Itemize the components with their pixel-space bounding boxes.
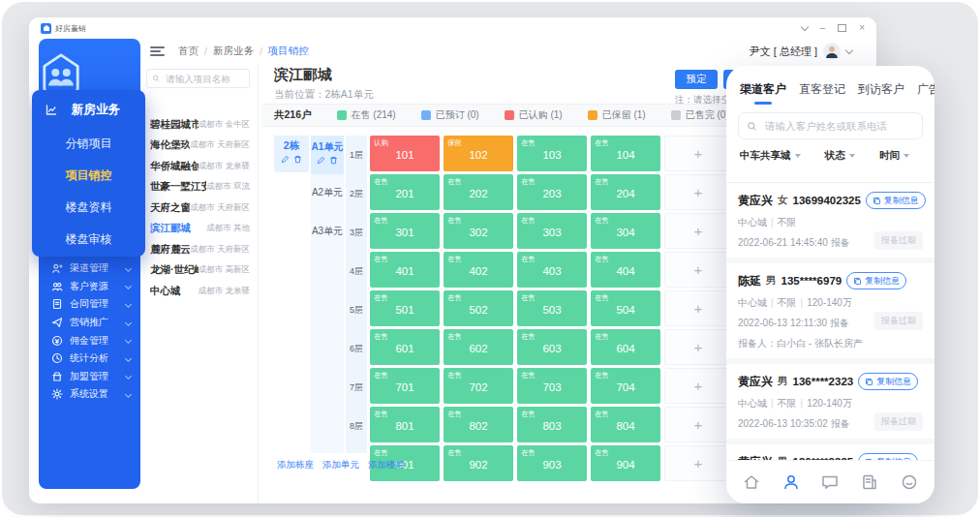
unit-cell[interactable]: 在售 404 — [591, 252, 660, 288]
sidebar-item[interactable]: 统计分析 — [39, 350, 140, 368]
customer-card[interactable]: 黄应兴 女 13699402325 复制信息 中心城|不限 2022-06-21… — [726, 183, 934, 258]
customer-tab[interactable]: 广告资源 — [917, 81, 934, 105]
submenu-item[interactable]: 楼盘审核 — [32, 224, 145, 256]
unit-cell[interactable]: 在售 803 — [517, 407, 587, 442]
project-row[interactable]: 碧桂园城市花园 成都市 金牛区 — [140, 114, 258, 136]
unit-cell[interactable]: 在售 601 — [370, 329, 440, 365]
customer-card[interactable]: 陈延 男 135****6979 复制信息 中心城|不限|120-140万 20… — [726, 263, 934, 358]
unit-cell[interactable]: 在售 802 — [444, 407, 513, 442]
unit-cell[interactable]: 保留 102 — [444, 136, 513, 171]
add-link[interactable]: 添加楼层 — [368, 459, 405, 471]
submenu-item[interactable]: 楼盘资料 — [32, 192, 145, 224]
unit-cell[interactable]: 在售 501 — [370, 290, 440, 326]
customer-tab[interactable]: 渠道客户 — [740, 81, 786, 105]
unit-tab[interactable]: A2单元 — [311, 174, 344, 213]
sidebar-item[interactable]: 客户资源 — [39, 278, 140, 296]
unit-cell[interactable]: 在售 104 — [591, 136, 660, 171]
customer-card[interactable]: 黄应兴 男 136****2325 复制信息 滨江郦城|不限|120-140万 … — [726, 444, 934, 461]
message-icon[interactable] — [820, 472, 840, 492]
unit-cell[interactable]: 在售 504 — [591, 290, 660, 326]
copy-info-button[interactable]: 复制信息 — [866, 192, 926, 209]
unit-cell[interactable]: 在售 703 — [517, 368, 587, 404]
unit-cell[interactable]: 在售 801 — [370, 407, 440, 442]
unit-cell[interactable]: 在售 303 — [517, 213, 587, 249]
filter-dropdown[interactable]: 状态 — [825, 149, 855, 163]
unit-cell[interactable]: 在售 301 — [370, 213, 440, 249]
unit-cell[interactable]: 在售 402 — [444, 252, 513, 288]
unit-cell[interactable]: 在售 603 — [517, 329, 587, 365]
more-icon[interactable] — [900, 472, 919, 492]
unit-cell[interactable]: 在售 602 — [444, 329, 513, 365]
unit-cell[interactable]: 在售 904 — [591, 445, 660, 481]
unit-cell[interactable]: 在售 903 — [517, 445, 587, 481]
project-row[interactable]: 世豪一墅江安 成都市 双流 — [140, 177, 258, 198]
add-unit-cell[interactable]: + — [664, 329, 732, 365]
filter-dropdown[interactable]: 中车共享城 — [740, 149, 801, 163]
unit-cell[interactable]: 在售 201 — [370, 174, 440, 210]
add-unit-cell[interactable]: + — [664, 252, 732, 288]
unit-cell[interactable]: 在售 204 — [591, 174, 660, 210]
submenu-group-header[interactable]: 新房业务 — [32, 102, 145, 118]
copy-info-button[interactable]: 复制信息 — [846, 272, 906, 289]
unit-tab[interactable]: A3单元 — [311, 213, 344, 252]
maximize-button[interactable] — [838, 24, 846, 32]
project-search[interactable] — [146, 69, 250, 88]
sidebar-item[interactable]: 渠道管理 — [39, 259, 140, 278]
edit-icon[interactable] — [317, 156, 325, 165]
unit-cell[interactable]: 在售 702 — [444, 368, 513, 404]
sidebar-item[interactable]: 加盟管理 — [39, 368, 140, 386]
project-row[interactable]: 麓府麓云 成都市 天府新区 — [140, 239, 258, 260]
add-unit-cell[interactable]: + — [664, 407, 732, 442]
project-row[interactable]: 中心城 成都市 龙泉驿 — [140, 281, 258, 302]
unit-cell[interactable]: 在售 701 — [370, 368, 440, 404]
chevron-down-icon[interactable] — [800, 22, 808, 30]
project-row[interactable]: 海伦堡玖悦府 成都市 天府新区 — [140, 136, 258, 157]
copy-info-button[interactable]: 复制信息 — [858, 373, 918, 390]
submenu-item[interactable]: 分销项目 — [32, 128, 145, 160]
unit-cell[interactable]: 在售 302 — [444, 213, 513, 249]
add-unit-cell[interactable]: + — [664, 445, 732, 481]
edit-icon[interactable] — [281, 155, 290, 164]
customer-icon[interactable] — [781, 472, 801, 492]
unit-cell[interactable]: 在售 403 — [517, 252, 587, 288]
breadcrumb-home[interactable]: 首页 — [178, 45, 199, 58]
sidebar-item[interactable]: 合同管理 — [39, 295, 140, 314]
project-row[interactable]: 龙湖·世纪峰景 成都市 高新区 — [140, 260, 258, 282]
unit-cell[interactable]: 在售 804 — [591, 407, 660, 442]
customer-search-input[interactable] — [763, 119, 914, 133]
customer-tab[interactable]: 直客登记 — [799, 81, 845, 105]
delete-icon[interactable] — [329, 156, 338, 165]
home-icon[interactable] — [742, 472, 761, 492]
add-link[interactable]: 添加单元 — [322, 459, 359, 471]
unit-cell[interactable]: 在售 401 — [370, 252, 440, 288]
report-icon[interactable] — [860, 472, 879, 492]
add-unit-cell[interactable]: + — [664, 290, 732, 326]
collapse-menu-icon[interactable] — [150, 46, 165, 56]
unit-cell[interactable]: 在售 902 — [444, 445, 513, 481]
sidebar-item[interactable]: 佣金管理 — [39, 331, 140, 350]
add-unit-cell[interactable]: + — [664, 136, 732, 171]
customer-search[interactable] — [738, 112, 923, 139]
unit-cell[interactable]: 在售 503 — [517, 290, 587, 326]
project-row[interactable]: 华侨城融创春... 成都市 龙泉驿 — [140, 156, 258, 177]
add-unit-cell[interactable]: + — [664, 368, 732, 404]
unit-cell[interactable]: 在售 203 — [517, 174, 587, 210]
customer-tab[interactable]: 到访客户 — [858, 81, 904, 105]
breadcrumb-section[interactable]: 新房业务 — [213, 45, 254, 58]
filter-dropdown[interactable]: 时间 — [879, 149, 909, 163]
unit-cell[interactable]: 在售 604 — [591, 329, 660, 365]
delete-icon[interactable] — [293, 155, 302, 164]
unit-cell[interactable]: 在售 103 — [517, 136, 587, 171]
submenu-item[interactable]: 项目销控 — [32, 160, 145, 192]
minimize-button[interactable]: – — [820, 23, 826, 33]
customer-card[interactable]: 黄应兴 男 136****2323 复制信息 中心城|不限|120-140万 2… — [726, 364, 934, 439]
add-link[interactable]: 添加栋座 — [277, 459, 314, 471]
reserve-button[interactable]: 预定 — [675, 70, 718, 89]
unit-cell[interactable]: 在售 704 — [591, 368, 660, 404]
user-menu[interactable]: 尹文 [ 总经理 ] — [750, 43, 852, 60]
unit-cell[interactable]: 在售 202 — [444, 174, 513, 210]
unit-cell[interactable]: 在售 502 — [444, 290, 513, 326]
project-search-input[interactable] — [164, 73, 244, 85]
sidebar-item[interactable]: 营销推广 — [39, 314, 140, 332]
unit-tab[interactable]: A1单元 — [311, 136, 344, 174]
